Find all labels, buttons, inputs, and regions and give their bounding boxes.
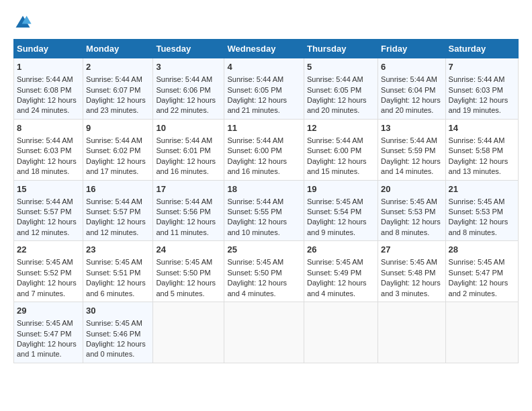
calendar-cell <box>224 302 304 363</box>
sunrise-text: Sunrise: 5:45 AM <box>227 258 283 266</box>
sunrise-text: Sunrise: 5:45 AM <box>86 258 142 266</box>
calendar-cell: 11Sunrise: 5:44 AMSunset: 6:00 PMDayligh… <box>224 119 304 180</box>
day-number: 1 <box>17 61 80 73</box>
sunset-text: Sunset: 5:50 PM <box>227 269 281 277</box>
calendar-cell: 13Sunrise: 5:44 AMSunset: 5:59 PMDayligh… <box>378 119 445 180</box>
sunset-text: Sunset: 5:58 PM <box>449 146 503 154</box>
calendar-cell: 29Sunrise: 5:45 AMSunset: 5:47 PMDayligh… <box>14 302 83 363</box>
calendar-cell: 4Sunrise: 5:44 AMSunset: 6:05 PMDaylight… <box>224 58 304 120</box>
calendar-cell <box>445 302 518 363</box>
sunrise-text: Sunrise: 5:44 AM <box>227 75 283 83</box>
sunset-text: Sunset: 6:05 PM <box>307 86 361 94</box>
sunset-text: Sunset: 6:06 PM <box>156 86 210 94</box>
daylight-text: Daylight: 12 hours and 23 minutes. <box>86 96 146 114</box>
col-sunday: Sunday <box>14 40 83 58</box>
day-number: 16 <box>86 183 150 195</box>
day-number: 20 <box>381 183 442 195</box>
sunrise-text: Sunrise: 5:45 AM <box>17 319 73 327</box>
calendar-cell: 1Sunrise: 5:44 AMSunset: 6:08 PMDaylight… <box>14 58 83 120</box>
sunset-text: Sunset: 6:03 PM <box>17 146 71 154</box>
sunrise-text: Sunrise: 5:44 AM <box>86 75 142 83</box>
calendar-cell: 10Sunrise: 5:44 AMSunset: 6:01 PMDayligh… <box>153 119 224 180</box>
day-number: 14 <box>449 122 515 134</box>
daylight-text: Daylight: 12 hours and 0 minutes. <box>86 340 146 358</box>
table-row: 15Sunrise: 5:44 AMSunset: 5:57 PMDayligh… <box>14 180 519 241</box>
calendar-cell: 8Sunrise: 5:44 AMSunset: 6:03 PMDaylight… <box>14 119 83 180</box>
day-number: 18 <box>227 183 301 195</box>
day-number: 25 <box>227 244 301 256</box>
calendar-cell: 9Sunrise: 5:44 AMSunset: 6:02 PMDaylight… <box>83 119 153 180</box>
calendar-cell: 6Sunrise: 5:44 AMSunset: 6:04 PMDaylight… <box>378 58 445 120</box>
day-number: 23 <box>86 244 150 256</box>
table-row: 1Sunrise: 5:44 AMSunset: 6:08 PMDaylight… <box>14 58 519 120</box>
daylight-text: Daylight: 12 hours and 9 minutes. <box>307 218 367 236</box>
day-number: 13 <box>381 122 442 134</box>
calendar-cell: 14Sunrise: 5:44 AMSunset: 5:58 PMDayligh… <box>445 119 518 180</box>
daylight-text: Daylight: 12 hours and 12 minutes. <box>17 218 77 236</box>
sunset-text: Sunset: 6:02 PM <box>86 146 140 154</box>
sunrise-text: Sunrise: 5:44 AM <box>307 75 363 83</box>
sunrise-text: Sunrise: 5:44 AM <box>381 136 437 144</box>
sunset-text: Sunset: 5:47 PM <box>17 330 71 338</box>
sunrise-text: Sunrise: 5:45 AM <box>307 197 363 205</box>
calendar-cell: 20Sunrise: 5:45 AMSunset: 5:53 PMDayligh… <box>378 180 445 241</box>
sunrise-text: Sunrise: 5:44 AM <box>449 75 505 83</box>
sunrise-text: Sunrise: 5:44 AM <box>156 197 212 205</box>
calendar-cell: 24Sunrise: 5:45 AMSunset: 5:50 PMDayligh… <box>153 241 224 302</box>
col-tuesday: Tuesday <box>153 40 224 58</box>
logo <box>13 13 35 32</box>
calendar-cell <box>304 302 378 363</box>
sunrise-text: Sunrise: 5:44 AM <box>86 197 142 205</box>
sunrise-text: Sunrise: 5:45 AM <box>449 258 505 266</box>
daylight-text: Daylight: 12 hours and 8 minutes. <box>449 218 508 236</box>
sunrise-text: Sunrise: 5:45 AM <box>381 197 437 205</box>
sunset-text: Sunset: 5:56 PM <box>156 208 210 216</box>
calendar-header-row: Sunday Monday Tuesday Wednesday Thursday… <box>14 40 519 58</box>
sunrise-text: Sunrise: 5:45 AM <box>449 197 505 205</box>
daylight-text: Daylight: 12 hours and 20 minutes. <box>307 96 367 114</box>
sunset-text: Sunset: 5:57 PM <box>86 208 140 216</box>
day-number: 28 <box>449 244 515 256</box>
daylight-text: Daylight: 12 hours and 4 minutes. <box>307 279 367 297</box>
sunrise-text: Sunrise: 5:45 AM <box>307 258 363 266</box>
sunrise-text: Sunrise: 5:44 AM <box>449 136 505 144</box>
daylight-text: Daylight: 12 hours and 6 minutes. <box>86 279 146 297</box>
daylight-text: Daylight: 12 hours and 7 minutes. <box>17 279 77 297</box>
day-number: 15 <box>17 183 80 195</box>
sunrise-text: Sunrise: 5:44 AM <box>307 136 363 144</box>
calendar-cell <box>378 302 445 363</box>
calendar-cell: 26Sunrise: 5:45 AMSunset: 5:49 PMDayligh… <box>304 241 378 302</box>
day-number: 12 <box>307 122 375 134</box>
sunrise-text: Sunrise: 5:44 AM <box>17 136 73 144</box>
sunset-text: Sunset: 5:46 PM <box>86 330 140 338</box>
calendar-cell: 21Sunrise: 5:45 AMSunset: 5:53 PMDayligh… <box>445 180 518 241</box>
header <box>13 13 519 32</box>
daylight-text: Daylight: 12 hours and 5 minutes. <box>156 279 216 297</box>
daylight-text: Daylight: 12 hours and 8 minutes. <box>381 218 441 236</box>
calendar-cell: 18Sunrise: 5:44 AMSunset: 5:55 PMDayligh… <box>224 180 304 241</box>
calendar-cell: 15Sunrise: 5:44 AMSunset: 5:57 PMDayligh… <box>14 180 83 241</box>
daylight-text: Daylight: 12 hours and 18 minutes. <box>17 157 77 175</box>
daylight-text: Daylight: 12 hours and 11 minutes. <box>156 218 216 236</box>
day-number: 5 <box>307 61 375 73</box>
sunset-text: Sunset: 5:48 PM <box>381 269 435 277</box>
day-number: 24 <box>156 244 221 256</box>
daylight-text: Daylight: 12 hours and 14 minutes. <box>381 157 441 175</box>
daylight-text: Daylight: 12 hours and 19 minutes. <box>449 96 508 114</box>
day-number: 26 <box>307 244 375 256</box>
sunset-text: Sunset: 6:00 PM <box>227 146 281 154</box>
calendar-cell <box>153 302 224 363</box>
day-number: 10 <box>156 122 221 134</box>
calendar-cell: 22Sunrise: 5:45 AMSunset: 5:52 PMDayligh… <box>14 241 83 302</box>
daylight-text: Daylight: 12 hours and 17 minutes. <box>86 157 146 175</box>
col-friday: Friday <box>378 40 445 58</box>
sunrise-text: Sunrise: 5:44 AM <box>381 75 437 83</box>
sunset-text: Sunset: 5:54 PM <box>307 208 361 216</box>
day-number: 8 <box>17 122 80 134</box>
calendar-cell: 25Sunrise: 5:45 AMSunset: 5:50 PMDayligh… <box>224 241 304 302</box>
daylight-text: Daylight: 12 hours and 16 minutes. <box>227 157 287 175</box>
day-number: 21 <box>449 183 515 195</box>
calendar-cell: 23Sunrise: 5:45 AMSunset: 5:51 PMDayligh… <box>83 241 153 302</box>
sunrise-text: Sunrise: 5:45 AM <box>381 258 437 266</box>
daylight-text: Daylight: 12 hours and 10 minutes. <box>227 218 287 236</box>
